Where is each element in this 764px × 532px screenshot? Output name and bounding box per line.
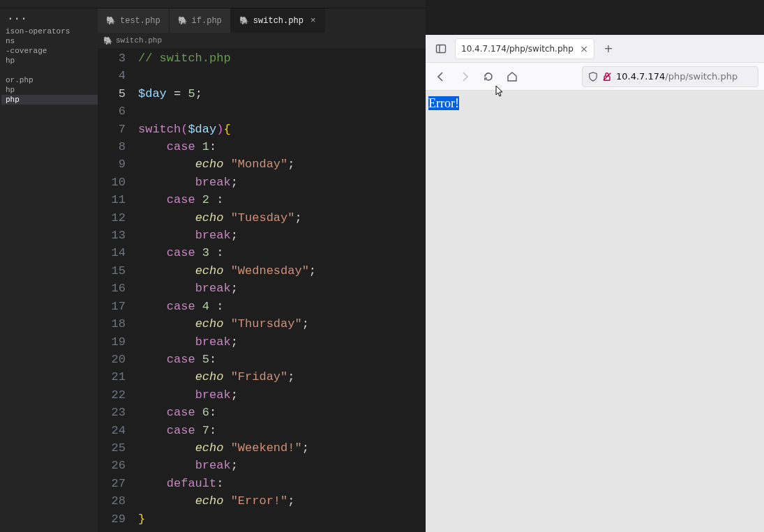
breadcrumb-label: switch.php [116,36,162,45]
editor-tab[interactable]: 🐘switch.php× [231,8,325,33]
file-tree-item[interactable]: -coverage [1,46,98,56]
line-number: 17 [98,298,126,315]
line-number: 20 [98,351,126,368]
browser-tab-label: 10.4.7.174/php/switch.php [461,44,574,54]
line-number: 13 [98,227,126,244]
url-text: 10.4.7.174/php/switch.php [616,71,737,82]
line-number: 14 [98,244,126,261]
code-text[interactable]: // switch.php $day = 5; switch($day){ ca… [138,50,426,532]
line-number: 11 [98,191,126,208]
close-tab-icon[interactable]: × [310,15,316,26]
line-number: 18 [98,315,126,333]
line-number: 7 [98,121,126,138]
file-tree-item[interactable]: hp [1,85,98,95]
line-number: 26 [98,457,126,474]
line-number: 19 [98,333,126,351]
file-tree-item[interactable] [1,105,98,114]
php-icon: 🐘 [106,16,116,25]
file-tree-item[interactable]: or.php [1,75,98,85]
svg-rect-0 [437,45,446,52]
php-icon: 🐘 [103,36,113,45]
breadcrumb-bar: 🐘 switch.php [98,33,426,48]
file-tree-item[interactable]: ison-operators [1,26,98,36]
file-explorer-sidebar[interactable]: ··· ison-operatorsns-coveragehp or.phphp… [0,8,98,532]
close-tab-icon[interactable]: × [580,43,588,54]
browser-tab[interactable]: 10.4.7.174/php/switch.php × [455,38,594,59]
forward-button[interactable] [455,67,474,86]
code-editor[interactable]: 3456789101112131415161718192021222324252… [98,48,426,532]
sidebar-overflow-icon[interactable]: ··· [0,11,98,26]
file-tree-item[interactable]: php [1,95,98,105]
line-number: 22 [98,386,126,404]
line-number: 5 [98,85,126,102]
new-tab-button[interactable]: + [600,40,617,57]
line-number: 4 [98,67,126,84]
browser-spacer [426,0,764,35]
browser-tab-strip: 10.4.7.174/php/switch.php × + [426,35,764,63]
editor-tabs: 🐘test.php🐘if.php🐘switch.php× [98,8,426,33]
line-number: 29 [98,510,126,528]
line-number: 6 [98,102,126,120]
page-output-text: Error! [428,96,459,110]
line-number: 8 [98,138,126,155]
menu-bar [0,0,426,8]
line-number: 27 [98,475,126,492]
home-button[interactable] [502,67,522,86]
sidebar-toggle-icon[interactable] [433,40,449,57]
editor-tab-label: switch.php [253,16,304,26]
php-icon: 🐘 [178,16,188,25]
reload-button[interactable] [479,67,498,86]
code-area: 🐘test.php🐘if.php🐘switch.php× 🐘 switch.ph… [98,8,426,532]
line-number-gutter: 3456789101112131415161718192021222324252… [98,50,138,532]
file-tree: ison-operatorsns-coveragehp or.phphpphp [0,26,98,114]
breadcrumb[interactable]: 🐘 switch.php [103,36,162,45]
editor-tab-label: if.php [192,16,222,26]
line-number: 12 [98,209,126,227]
file-tree-item[interactable]: ns [1,36,98,46]
back-button[interactable] [431,67,451,86]
line-number: 24 [98,422,126,439]
line-number: 25 [98,439,126,457]
php-icon: 🐘 [239,16,249,25]
url-bar[interactable]: 10.4.7.174/php/switch.php [582,66,758,87]
line-number: 28 [98,492,126,510]
line-number: 9 [98,155,126,173]
insecure-lock-icon[interactable] [602,72,612,82]
tracking-shield-icon[interactable] [588,72,598,82]
file-tree-item[interactable] [1,66,98,75]
line-number: 3 [98,50,126,67]
browser-viewport[interactable]: Error! [426,91,764,532]
browser-window: 10.4.7.174/php/switch.php × + [426,0,764,532]
line-number: 16 [98,280,126,297]
browser-toolbar: 10.4.7.174/php/switch.php [426,63,764,91]
file-tree-item[interactable]: hp [1,56,98,66]
editor-tab[interactable]: 🐘test.php [98,8,170,33]
line-number: 23 [98,404,126,421]
editor-pane: ··· ison-operatorsns-coveragehp or.phphp… [0,0,426,532]
editor-tab-label: test.php [120,16,160,26]
line-number: 10 [98,174,126,191]
line-number: 15 [98,262,126,280]
editor-tab[interactable]: 🐘if.php [170,8,231,33]
line-number: 21 [98,368,126,386]
